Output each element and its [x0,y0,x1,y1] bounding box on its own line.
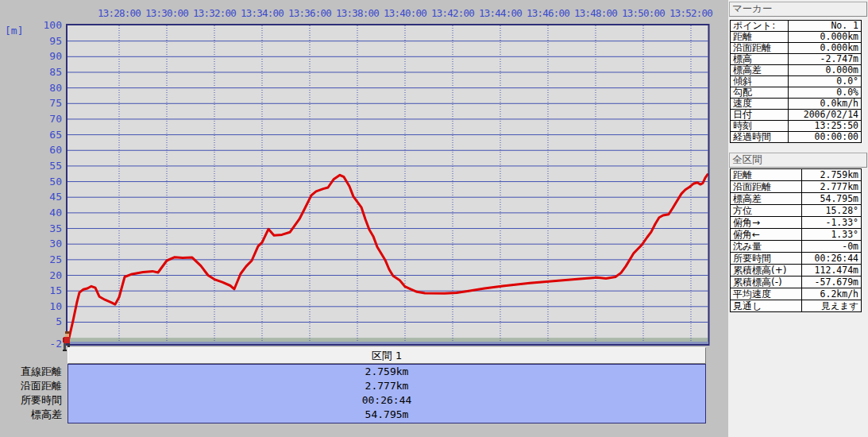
y-axis-tick-label: 90 [49,50,62,62]
x-axis-tick-label: 13:50:00 [622,7,665,19]
table-row: 経過時間00:00:00 [731,132,862,143]
row-value: 15.28° [801,205,861,217]
row-label: 累積標高(-) [731,277,802,288]
x-axis-tick-label: 13:34:00 [241,7,284,19]
table-row: 距離2.759km [731,169,862,181]
row-label: 傾斜 [731,76,789,87]
row-value: 0.000m [788,65,861,76]
table-row: 日付2006/02/14 [731,110,862,121]
table-row: 俯角→-1.33° [731,217,862,229]
y-axis-tick-label: 25 [49,253,62,265]
table-row: 沿面距離2.777km [731,181,862,193]
row-label: 速度 [731,99,789,110]
row-value: 0.0km/h [788,99,861,110]
row-label: 俯角← [731,229,802,241]
row-label: 経過時間 [731,132,789,143]
x-axis-tick-label: 13:36:00 [288,7,331,19]
x-axis-tick-label: 13:40:00 [384,7,426,19]
table-row: 標高差54.795m [731,193,862,205]
y-axis-tick-label: 70 [49,113,62,125]
table-row: 平均速度6.2km/h [731,288,862,300]
info-sidebar: マーカー ポイント:No. 1距離0.000km沿面距離0.000km標高-2.… [728,0,868,437]
table-row: ポイント:No. 1 [731,21,862,32]
row-label-straight-distance: 直線距離 [0,365,64,379]
table-row: 勾配0.0% [731,87,862,99]
marker-info-table: ポイント:No. 1距離0.000km沿面距離0.000km標高-2.747m標… [730,20,862,143]
x-axis-tick-label: 13:42:00 [431,7,474,19]
row-value: 0.0° [788,76,861,87]
marker-panel-button[interactable]: マーカー [729,2,867,17]
table-row: 沈み量-0m [731,241,862,253]
row-label: 累積標高(+) [731,265,802,277]
row-label-required-time: 所要時間 [0,393,64,408]
row-value: 2.759km [801,169,861,181]
horizontal-scrollbar[interactable] [68,342,708,344]
row-label: 方位 [731,205,802,217]
elevation-chart-plot[interactable]: 13:28:0013:30:0013:32:0013:34:0013:36:00… [0,0,728,350]
x-axis-tick-label: 13:32:00 [193,7,236,19]
total-section-panel-button[interactable]: 全区間 [729,153,867,168]
table-row: 標高-2.747m [731,54,862,65]
row-value: 2006/02/14 [788,110,861,121]
section-1-values-table: 2.759km 2.777km 00:26:44 54.795m [68,364,706,423]
value-straight-distance: 2.759km [68,365,705,379]
table-row: 方位15.28° [731,205,862,217]
table-row: 傾斜0.0° [731,76,862,87]
table-row: 速度0.0km/h [731,99,862,110]
table-row: 俯角←1.33° [731,229,862,241]
total-section-info-table: 距離2.759km沿面距離2.777km標高差54.795m方位15.28°俯角… [730,168,862,312]
row-value: -57.679m [801,277,861,288]
section-1-header[interactable]: 区間 1 [68,347,706,364]
row-value: 6.2km/h [801,288,861,300]
table-row: 標高差0.000m [731,65,862,76]
y-axis-tick-label: 10 [49,300,62,312]
row-label: 所要時間 [731,253,802,265]
row-value: 1.33° [801,229,861,241]
row-value: 2.777km [801,181,861,193]
y-axis-tick-label: 65 [49,129,62,141]
row-label: 沿面距離 [731,43,789,54]
row-label: 標高差 [731,65,789,76]
row-value: 13:25:50 [788,121,861,132]
y-axis-tick-label: 85 [49,66,62,78]
y-axis-tick-label: 35 [49,222,62,234]
row-value: No. 1 [788,21,861,32]
row-label: 沿面距離 [731,181,802,193]
y-axis-tick-label: 95 [49,35,62,47]
y-axis-tick-label: 30 [49,238,62,249]
x-axis-tick-label: 13:44:00 [479,7,522,19]
y-axis-tick-label: 75 [49,97,62,109]
value-surface-distance: 2.777km [68,379,705,393]
row-label: 距離 [731,32,789,43]
row-label: 標高 [731,54,789,65]
row-value: -2.747m [788,54,861,65]
y-axis-tick-label: 60 [49,144,62,156]
table-row: 沿面距離0.000km [731,43,862,54]
row-value: 0.0% [788,87,861,99]
y-axis-tick-label: 40 [49,207,62,218]
value-elevation-diff: 54.795m [68,408,705,422]
elevation-graph-window: [m] 13:28:0013:30:0013:32:0013:34:0013:3… [0,0,868,437]
row-label: 沈み量 [731,241,802,253]
row-value: 112.474m [801,265,861,277]
row-value: 0.000km [788,32,861,43]
table-row: 時刻13:25:50 [731,121,862,132]
row-value: 00:00:00 [788,132,861,143]
row-label: 平均速度 [731,288,802,300]
y-axis-tick-label: 55 [49,160,62,172]
row-label: 日付 [731,110,789,121]
x-axis-tick-label: 13:52:00 [669,7,712,19]
y-axis-tick-label: 45 [49,191,62,203]
table-row: 見通し見えます [731,300,862,312]
table-row: 累積標高(+)112.474m [731,265,862,277]
x-axis-tick-label: 13:38:00 [336,7,379,19]
row-label: 距離 [731,169,802,181]
y-axis-tick-label: 15 [49,284,62,296]
x-axis-tick-label: 13:48:00 [574,7,617,19]
y-axis-tick-label: 5 [56,315,62,327]
row-label: 勾配 [731,87,789,99]
y-axis-tick-label: 20 [49,269,62,281]
row-label: 俯角→ [731,217,802,229]
table-row: 累積標高(-)-57.679m [731,277,862,288]
table-row: 距離0.000km [731,32,862,43]
